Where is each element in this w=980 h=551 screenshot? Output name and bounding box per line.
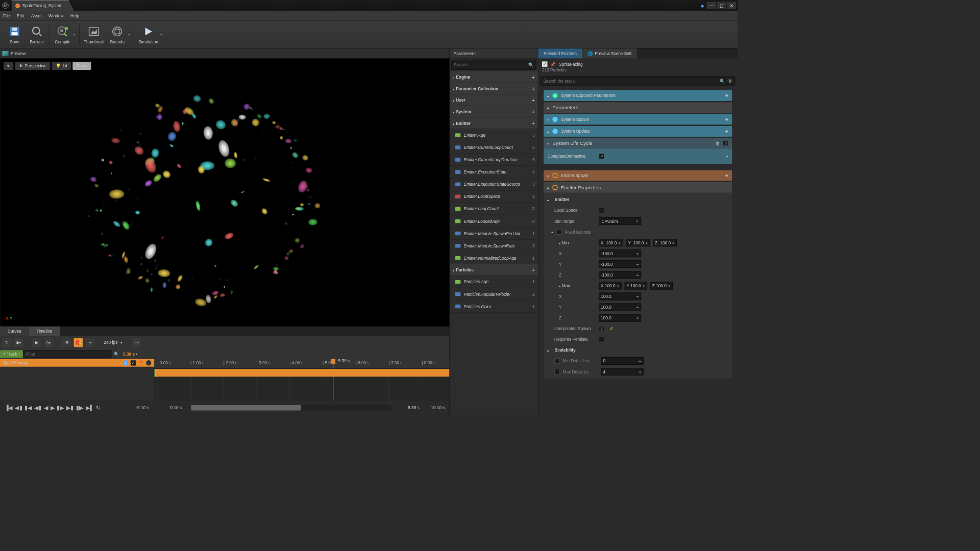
param-item[interactable]: Emitter.Module.SpawnRate3 [450,240,537,252]
param-item[interactable]: Emitter.CurrentLoopDuration6 [450,154,537,166]
range-start[interactable]: -0.10 s [136,406,149,410]
add-icon[interactable]: + [531,109,534,115]
reset-icon[interactable]: ↺ [609,326,613,331]
min-z-input[interactable]: Z -100.0◂▸ [653,239,677,246]
sim-target-dropdown[interactable]: CPUSim [599,217,641,225]
param-category[interactable]: ▴Emitter+ [450,117,537,129]
min-x-input[interactable]: X -100.0◂▸ [599,239,623,246]
parameters-section[interactable]: ▴Parameters [544,102,732,113]
add-icon[interactable]: + [531,85,534,91]
info-icon[interactable]: i [123,360,129,366]
fps-label[interactable]: 240 fps [104,340,117,345]
system-update-section[interactable]: ▴System Update+ [544,126,732,137]
min-z-field[interactable]: -100.0◂▸ [599,271,641,279]
search-icon[interactable]: 🔍 [114,352,119,357]
snap-icon[interactable]: 🧲 [74,338,83,347]
eye-icon[interactable]: ◉▾ [14,338,23,347]
close-button[interactable]: ✕ [727,2,736,9]
dropdown-icon[interactable]: ▾ [74,33,78,37]
interp-spawn-checkbox[interactable] [599,326,604,332]
param-item[interactable]: Emitter.NormalizedLoopAge1 [450,252,537,264]
param-category[interactable]: ▸System+ [450,106,537,118]
add-icon[interactable]: + [725,172,728,179]
parameters-search-input[interactable] [454,63,528,67]
selected-emitters-tab[interactable]: Selected Emitters [538,48,582,59]
viewport-options-button[interactable]: ▾ [4,62,14,70]
delete-icon[interactable]: 🗑 [716,141,720,145]
max-z-field[interactable]: 100.0◂▸ [599,314,641,322]
param-category[interactable]: ▸Engine+ [450,71,537,83]
solo-icon[interactable] [146,360,152,366]
max-z-input[interactable]: Z 100.0◂▸ [650,282,673,289]
bounds-button[interactable]: Bounds [107,23,128,45]
menu-file[interactable]: File [3,13,10,18]
menu-asset[interactable]: Asset [31,13,42,18]
pin-icon[interactable]: 📌 [550,62,556,67]
curve-icon[interactable]: ⤳ [132,338,141,347]
eye-icon[interactable]: 👁 [727,78,733,84]
param-category[interactable]: ▴User+ [450,94,537,106]
min-x-field[interactable]: -100.0◂▸ [599,249,641,257]
reverse-button[interactable]: ◀ [44,405,48,411]
min-detail-checkbox[interactable] [554,358,560,364]
preview-scene-tab[interactable]: 🌐Preview Scene Sett [582,48,637,59]
pin-icon[interactable]: 📍 [138,360,144,365]
param-item[interactable]: Particles.Color1 [450,300,537,313]
emitter-spawn-section[interactable]: ▴Emitter Spawn+ [544,170,732,181]
prev-frame-button[interactable]: ◀▮ [34,405,41,411]
parameters-search[interactable]: 🔍 [451,60,536,70]
step-back-button[interactable]: ▮◀ [24,405,32,411]
stack-search[interactable]: 🔍👁 [541,76,736,86]
complete-inactive-checkbox[interactable] [599,154,604,159]
add-icon[interactable]: + [725,92,728,98]
min-y-field[interactable]: -100.0◂▸ [599,260,641,268]
maximize-button[interactable]: ▢ [717,2,726,9]
lit-button[interactable]: 💡 Lit [52,62,71,70]
simulation-button[interactable]: Simulation [136,23,161,45]
compile-button[interactable]: Compile [52,23,74,45]
menu-window[interactable]: Window [48,13,63,18]
go-end-button[interactable]: ▶▌ [86,405,94,411]
curves-tab[interactable]: Curves [0,327,29,336]
dropdown-icon[interactable]: ▾ [160,33,164,37]
show-button[interactable]: Show [72,62,91,70]
menu-edit[interactable]: Edit [17,13,24,18]
param-item[interactable]: Emitter.LoopedAge8 [450,215,537,227]
next-frame-button[interactable]: ▮▶ [57,405,64,411]
param-category[interactable]: ▴Particles+ [450,264,537,276]
param-item[interactable]: Emitter.Age3 [450,129,537,141]
browse-button[interactable]: Browse [26,23,47,45]
key-icon[interactable]: ◇▾ [44,338,53,347]
marketplace-icon[interactable]: ◆ [701,3,704,8]
max-detail-checkbox[interactable] [554,369,560,374]
max-y-field[interactable]: 100.0◂▸ [599,304,641,311]
dropdown-icon[interactable]: ▾ [726,155,728,159]
document-tab[interactable]: SpriteFacing_System [12,0,74,11]
step-fwd-button[interactable]: ▶▮ [66,405,74,411]
loop-button[interactable]: ↻ [96,405,101,411]
range-start2[interactable]: -0.10 s [169,406,182,410]
add-icon[interactable]: + [531,267,534,273]
local-space-checkbox[interactable] [599,208,604,213]
param-item[interactable]: Emitter.CurrentLoopCount5 [450,141,537,154]
system-exposed-section[interactable]: ▴System Exposed Parameters+ [544,90,732,101]
viewport[interactable]: ▾ 👁 Perspective 💡 Lit Show X Y [0,58,450,326]
dropdown-icon[interactable]: ▾ [128,33,132,37]
timeline-tab[interactable]: Timeline [29,327,60,336]
param-item[interactable]: Emitter.ExecutionStateSource3 [450,178,537,190]
thumbnail-button[interactable]: Thumbnail [82,23,106,45]
add-track-button[interactable]: + Track ▾ [0,350,23,358]
snap-options-icon[interactable]: ▾ [85,338,94,347]
add-icon[interactable]: + [531,97,534,103]
min-detail-input[interactable]: 0◂▸ [601,357,644,365]
emitter-properties-section[interactable]: ▴Emitter Properties [544,182,732,193]
track-row[interactable]: SpriteFacing i 📍 [0,359,155,367]
prev-key-button[interactable]: ◀▮ [15,405,22,411]
param-item[interactable]: Emitter.ExecutionState4 [450,166,537,178]
system-spawn-section[interactable]: ▴System Spawn+ [544,114,732,125]
param-item[interactable]: Particles.Age1 [450,276,537,288]
track-enable-checkbox[interactable] [131,360,136,366]
clip-start-marker[interactable] [155,369,156,377]
param-category[interactable]: ▴Parameter Collection+ [450,83,537,95]
max-x-input[interactable]: X 100.0◂▸ [599,282,621,289]
